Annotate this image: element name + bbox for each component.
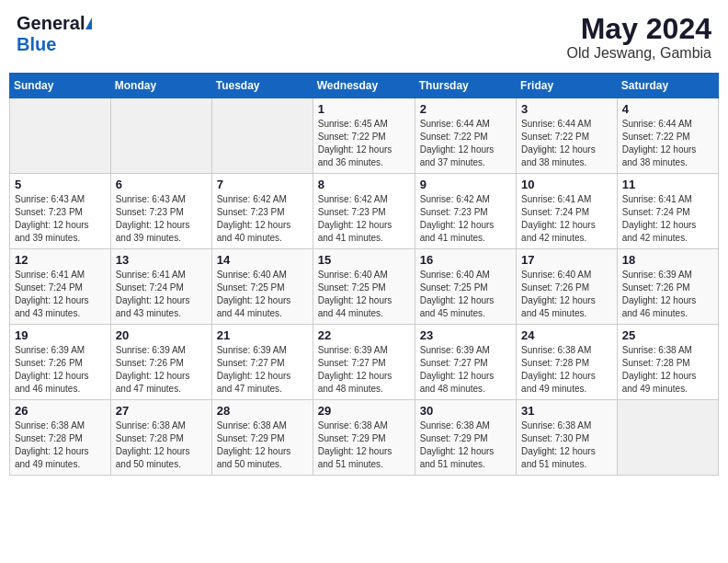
day-info: Sunrise: 6:40 AMSunset: 7:25 PMDaylight:… [217,269,308,320]
day-info: Sunrise: 6:41 AMSunset: 7:24 PMDaylight:… [622,193,713,245]
calendar-cell [10,98,111,174]
calendar-cell: 17Sunrise: 6:40 AMSunset: 7:26 PMDayligh… [517,249,618,325]
day-number: 16 [420,253,511,267]
calendar-cell: 29Sunrise: 6:38 AMSunset: 7:29 PMDayligh… [313,400,415,476]
calendar-cell: 24Sunrise: 6:38 AMSunset: 7:28 PMDayligh… [517,325,618,400]
calendar-cell: 6Sunrise: 6:43 AMSunset: 7:23 PMDaylight… [110,174,211,249]
day-info: Sunrise: 6:41 AMSunset: 7:24 PMDaylight:… [116,269,207,320]
day-info: Sunrise: 6:43 AMSunset: 7:23 PMDaylight:… [116,193,207,245]
day-number: 10 [521,178,612,191]
calendar-cell: 1Sunrise: 6:45 AMSunset: 7:22 PMDaylight… [313,98,415,174]
calendar-cell: 8Sunrise: 6:42 AMSunset: 7:23 PMDaylight… [313,174,415,249]
calendar-cell [110,98,211,174]
day-info: Sunrise: 6:39 AMSunset: 7:26 PMDaylight:… [116,344,207,396]
calendar-cell: 16Sunrise: 6:40 AMSunset: 7:25 PMDayligh… [415,249,516,325]
day-number: 22 [318,328,410,342]
calendar-cell: 3Sunrise: 6:44 AMSunset: 7:22 PMDaylight… [517,98,618,174]
calendar-cell: 12Sunrise: 6:41 AMSunset: 7:24 PMDayligh… [10,249,111,325]
day-info: Sunrise: 6:41 AMSunset: 7:24 PMDaylight:… [521,193,612,245]
calendar-cell: 15Sunrise: 6:40 AMSunset: 7:25 PMDayligh… [313,249,415,325]
day-info: Sunrise: 6:38 AMSunset: 7:28 PMDaylight:… [622,344,713,396]
day-info: Sunrise: 6:42 AMSunset: 7:23 PMDaylight:… [420,193,511,245]
location-title: Old Jeswang, Gambia [567,45,711,62]
calendar-cell: 19Sunrise: 6:39 AMSunset: 7:26 PMDayligh… [10,325,111,400]
day-number: 14 [217,253,308,267]
calendar-cell [211,98,313,174]
day-info: Sunrise: 6:38 AMSunset: 7:28 PMDaylight:… [521,344,612,396]
day-number: 6 [116,178,207,191]
day-number: 26 [15,404,106,418]
day-number: 12 [15,253,106,267]
day-number: 24 [521,328,612,342]
calendar-table: SundayMondayTuesdayWednesdayThursdayFrid… [9,73,719,476]
day-info: Sunrise: 6:38 AMSunset: 7:29 PMDaylight:… [318,419,410,471]
title-area: May 2024 Old Jeswang, Gambia [567,13,711,62]
logo-triangle-icon [85,17,92,29]
calendar-cell: 7Sunrise: 6:42 AMSunset: 7:23 PMDaylight… [211,174,313,249]
calendar-cell: 10Sunrise: 6:41 AMSunset: 7:24 PMDayligh… [517,174,618,249]
day-number: 27 [116,404,207,418]
calendar-cell: 20Sunrise: 6:39 AMSunset: 7:26 PMDayligh… [110,325,211,400]
calendar-week-5: 26Sunrise: 6:38 AMSunset: 7:28 PMDayligh… [10,400,719,476]
day-info: Sunrise: 6:45 AMSunset: 7:22 PMDaylight:… [318,118,410,169]
day-info: Sunrise: 6:38 AMSunset: 7:29 PMDaylight:… [217,419,308,471]
calendar-cell: 23Sunrise: 6:39 AMSunset: 7:27 PMDayligh… [415,325,516,400]
calendar-cell: 14Sunrise: 6:40 AMSunset: 7:25 PMDayligh… [211,249,313,325]
day-number: 21 [217,328,308,342]
header-saturday: Saturday [617,74,718,98]
day-info: Sunrise: 6:40 AMSunset: 7:25 PMDaylight:… [420,269,511,320]
day-info: Sunrise: 6:38 AMSunset: 7:29 PMDaylight:… [420,419,511,471]
day-number: 2 [420,102,511,116]
day-number: 25 [622,328,713,342]
calendar-header-row: SundayMondayTuesdayWednesdayThursdayFrid… [10,74,719,98]
day-info: Sunrise: 6:39 AMSunset: 7:27 PMDaylight:… [217,344,308,396]
calendar-week-1: 1Sunrise: 6:45 AMSunset: 7:22 PMDaylight… [10,98,719,174]
calendar-cell: 4Sunrise: 6:44 AMSunset: 7:22 PMDaylight… [617,98,718,174]
day-info: Sunrise: 6:42 AMSunset: 7:23 PMDaylight:… [318,193,410,245]
day-info: Sunrise: 6:42 AMSunset: 7:23 PMDaylight:… [217,193,308,245]
calendar-cell: 27Sunrise: 6:38 AMSunset: 7:28 PMDayligh… [110,400,211,476]
day-info: Sunrise: 6:44 AMSunset: 7:22 PMDaylight:… [622,118,713,169]
calendar-week-2: 5Sunrise: 6:43 AMSunset: 7:23 PMDaylight… [10,174,719,249]
calendar-cell: 2Sunrise: 6:44 AMSunset: 7:22 PMDaylight… [415,98,516,174]
day-info: Sunrise: 6:38 AMSunset: 7:28 PMDaylight:… [116,419,207,471]
day-number: 20 [116,328,207,342]
day-info: Sunrise: 6:39 AMSunset: 7:26 PMDaylight:… [622,269,713,320]
calendar-cell: 5Sunrise: 6:43 AMSunset: 7:23 PMDaylight… [10,174,111,249]
day-info: Sunrise: 6:38 AMSunset: 7:28 PMDaylight:… [15,419,106,471]
month-title: May 2024 [567,13,711,45]
day-number: 4 [622,102,713,116]
day-number: 9 [420,178,511,191]
header-wednesday: Wednesday [313,74,415,98]
day-number: 18 [622,253,713,267]
day-number: 8 [318,178,410,191]
logo: General Blue [17,13,92,55]
day-number: 23 [420,328,511,342]
day-info: Sunrise: 6:40 AMSunset: 7:26 PMDaylight:… [521,269,612,320]
day-number: 19 [15,328,106,342]
day-number: 15 [318,253,410,267]
day-info: Sunrise: 6:40 AMSunset: 7:25 PMDaylight:… [318,269,410,320]
day-number: 29 [318,404,410,418]
calendar-cell: 31Sunrise: 6:38 AMSunset: 7:30 PMDayligh… [517,400,618,476]
day-number: 31 [521,404,612,418]
day-info: Sunrise: 6:39 AMSunset: 7:27 PMDaylight:… [420,344,511,396]
calendar-cell: 13Sunrise: 6:41 AMSunset: 7:24 PMDayligh… [110,249,211,325]
day-number: 13 [116,253,207,267]
header-monday: Monday [110,74,211,98]
calendar-cell: 11Sunrise: 6:41 AMSunset: 7:24 PMDayligh… [617,174,718,249]
header-friday: Friday [517,74,618,98]
calendar-cell: 26Sunrise: 6:38 AMSunset: 7:28 PMDayligh… [10,400,111,476]
header-tuesday: Tuesday [211,74,313,98]
day-number: 30 [420,404,511,418]
calendar-cell: 30Sunrise: 6:38 AMSunset: 7:29 PMDayligh… [415,400,516,476]
logo-blue: Blue [17,34,56,55]
day-number: 5 [15,178,106,191]
day-info: Sunrise: 6:39 AMSunset: 7:26 PMDaylight:… [15,344,106,396]
day-number: 1 [318,102,410,116]
calendar-cell: 21Sunrise: 6:39 AMSunset: 7:27 PMDayligh… [211,325,313,400]
calendar-cell: 25Sunrise: 6:38 AMSunset: 7:28 PMDayligh… [617,325,718,400]
calendar-cell: 9Sunrise: 6:42 AMSunset: 7:23 PMDaylight… [415,174,516,249]
calendar-cell: 18Sunrise: 6:39 AMSunset: 7:26 PMDayligh… [617,249,718,325]
day-number: 11 [622,178,713,191]
